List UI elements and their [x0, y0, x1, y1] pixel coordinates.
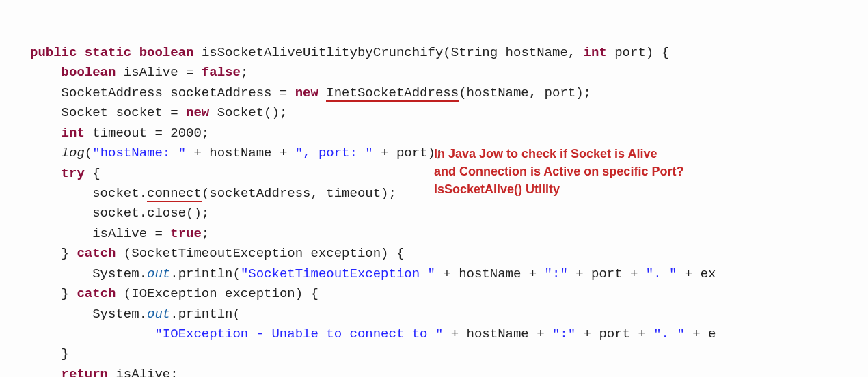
l15-s3: ". " [653, 326, 685, 341]
l15-mid2: + port + [575, 326, 653, 341]
l10-lhs: isAlive = [92, 226, 170, 241]
connect-fn: connect [147, 186, 202, 202]
l12-mid: .println( [170, 266, 241, 281]
l11-args: (SocketTimeoutException exception) { [116, 246, 404, 261]
l4-decl: Socket socket = [62, 105, 186, 120]
l12-pre: System. [92, 266, 147, 281]
code-block: public static boolean isSocketAliveUitli… [0, 0, 868, 377]
l12-s3: ". " [646, 266, 677, 281]
kw-false: false [202, 65, 241, 80]
kw-int: int [584, 45, 607, 60]
params-2: port) { [607, 45, 669, 60]
l9: socket.close(); [92, 206, 209, 221]
l12-mid2: + hostName + [435, 266, 545, 281]
l6-s2: ", port: " [295, 145, 373, 160]
method-name: isSocketAliveUitlitybyCrunchify [202, 45, 443, 60]
kw-return: return [62, 367, 108, 377]
l14-pre: System. [92, 307, 147, 322]
l14-out: out [147, 307, 170, 322]
kw-static: static [85, 45, 131, 60]
l12-s1: "SocketTimeoutException " [241, 266, 435, 281]
kw-boolean-2: boolean [62, 65, 116, 80]
l6-end: + port); [373, 145, 444, 160]
annotation-line1: In Java Jow to check if Socket is Alive [434, 147, 657, 160]
l11-close: } [62, 246, 77, 261]
kw-boolean: boolean [139, 45, 194, 60]
l8-args: (socketAddress, timeout); [202, 186, 396, 201]
l14-end: .println( [170, 307, 241, 322]
l12-end: + ex [677, 266, 716, 281]
kw-catch-2: catch [77, 286, 116, 301]
l8-obj: socket. [92, 186, 147, 201]
l2-semi: ; [241, 65, 248, 80]
l17-rest: isAlive; [108, 367, 178, 377]
l12-out: out [147, 266, 170, 281]
l7-brace: { [85, 166, 100, 181]
kw-int-2: int [62, 126, 85, 141]
kw-new-2: new [186, 105, 209, 120]
l12-s2: ":" [545, 266, 568, 281]
l15-s2: ":" [552, 326, 575, 341]
kw-true: true [170, 226, 202, 241]
l3-decl: SocketAddress socketAddress = [62, 85, 295, 100]
kw-catch-1: catch [77, 246, 116, 261]
l15-mid: + hostName + [443, 326, 552, 341]
l13-close: } [62, 286, 77, 301]
l15-s1: "IOException - Unable to connect to " [154, 326, 443, 341]
l6-s1: "hostName: " [92, 145, 186, 160]
l4-ctor: Socket(); [209, 105, 287, 120]
l2-rest: isAlive = [116, 65, 201, 80]
line-highlight [0, 23, 868, 42]
annotation-overlay: In Java Jow to check if Socket is Alive … [434, 145, 728, 198]
l6-mid: + hostName + [186, 145, 295, 160]
l12-mid3: + port + [568, 266, 646, 281]
l16: } [62, 346, 69, 361]
l10-semi: ; [202, 226, 209, 241]
l3-args: (hostName, port); [459, 85, 591, 100]
inet-socket-address: InetSocketAddress [326, 85, 459, 102]
kw-new-1: new [295, 85, 318, 100]
l15-end: + e [685, 326, 716, 341]
l13-args: (IOException exception) { [116, 286, 318, 301]
log-fn: log [62, 145, 85, 160]
annotation-line3: isSocketAlive() Utility [434, 182, 560, 196]
kw-public: public [30, 45, 77, 60]
l5-rest: timeout = 2000; [85, 126, 209, 141]
kw-try: try [62, 166, 85, 181]
params-1: (String hostName, [443, 45, 583, 60]
l6-open: ( [85, 145, 92, 160]
annotation-line2: and Connection is Active on specific Por… [434, 165, 683, 178]
